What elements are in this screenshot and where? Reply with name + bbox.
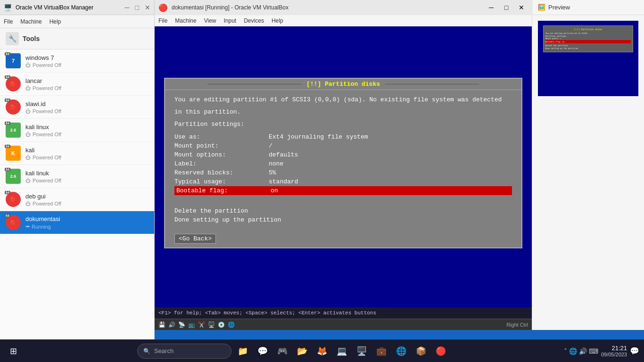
setting-typical-usage: Typical usage: standard: [174, 177, 512, 186]
firefox-icon: 🦊: [317, 346, 327, 356]
taskbar-vm-icon[interactable]: 🖥️: [353, 343, 370, 360]
search-icon: 🔍: [143, 348, 150, 354]
taskbar-globe-icon[interactable]: 🌐: [393, 343, 410, 360]
vm-icon-dokumentasi: 64 🔴: [6, 215, 21, 230]
vm-icon-kalilinux: 64 2.6: [6, 123, 21, 138]
vm-running-window: 🔴 dokumentasi [Running] - Oracle VM Virt…: [155, 0, 532, 330]
clock-date: 09/05/2023: [601, 352, 627, 357]
tray-chevron-icon[interactable]: ˄: [564, 347, 567, 355]
setting-typical-key: Typical usage:: [174, 178, 269, 185]
vm-screen[interactable]: [!!] Partition disks You are editing par…: [155, 26, 532, 319]
vm-minimize-btn[interactable]: ─: [485, 2, 498, 13]
vm-icon-debgui: 64 🔴: [6, 192, 21, 207]
setting-typical-val: standard: [269, 178, 298, 185]
vm-item-debgui[interactable]: 64 🔴 deb gui ⏻ Powered Off: [0, 188, 154, 211]
taskbar-left: ⊞: [0, 342, 23, 361]
vbox-menu-machine[interactable]: Machine: [20, 18, 41, 25]
preview-content: [!!] Partition disks You are editing par…: [538, 21, 638, 96]
vbox-menu-file[interactable]: File: [4, 18, 13, 25]
taskbar-folder-icon[interactable]: 📂: [294, 343, 311, 360]
tray-keyboard-icon[interactable]: ⌨: [589, 347, 598, 355]
taskbar: ⊞ 🔍 Search 📁 💬 🎮 📂 🦊 💻 🖥️ 💼 🌐 📦 🔴 ˄ 🌐 🔊 …: [0, 339, 644, 362]
statusbar-icon-3: 📡: [178, 321, 185, 328]
chat-icon: 💬: [257, 346, 268, 356]
nav-go-back[interactable]: <Go Back>: [174, 234, 216, 244]
terminal-icon: 💻: [337, 346, 347, 356]
statusbar-icon-4: 📺: [188, 321, 195, 328]
vbox-menu-help[interactable]: Help: [50, 18, 61, 25]
vm-item-kali[interactable]: 64 K kali ⏻ Powered Off: [0, 142, 154, 165]
statusbar-icon-1: 💾: [158, 321, 165, 328]
taskbar-package-icon[interactable]: 📦: [413, 343, 429, 360]
time-block[interactable]: 21:21 09/05/2023: [601, 345, 627, 357]
vm-info-windows7: windows 7 ⏻ Powered Off: [25, 54, 149, 68]
vm-status-icon-lancar: ⏻: [25, 85, 31, 91]
preview-panel: 🖼️ Preview [!!] Partition disks You are …: [532, 0, 644, 330]
vm-item-dokumentasi[interactable]: 64 🔴 dokumentasi ➡ Running: [0, 211, 154, 234]
vm-name-kalilinux: kali linux: [25, 123, 149, 131]
partition-settings-table: Use as: Ext4 journaling file system Moun…: [174, 132, 512, 195]
taskbar-files-icon[interactable]: 📁: [234, 343, 251, 360]
taskbar-chat-icon[interactable]: 💬: [254, 343, 271, 360]
action-done-setup[interactable]: Done setting up the partition: [174, 215, 512, 224]
statusbar-icon-7: 💿: [218, 321, 225, 328]
setting-bootable-flag[interactable]: Bootable flag: on: [174, 186, 512, 195]
vm-item-kalilinux[interactable]: 64 2.6 kali linux ⏻ Powered Off: [0, 119, 154, 142]
tools-label: Tools: [23, 35, 40, 42]
globe-icon: 🌐: [396, 346, 406, 356]
tray-network-icon[interactable]: 🌐: [569, 347, 577, 355]
vm-menu-help[interactable]: Help: [272, 17, 283, 24]
vm-win-icon: 🔴: [158, 3, 168, 12]
vm-status-row-debgui: ⏻ Powered Off: [25, 201, 149, 206]
vm-icon-kali: 64 K: [6, 146, 21, 161]
vm-menu-devices[interactable]: Devices: [244, 17, 264, 24]
vbox-minimize-btn[interactable]: ─: [125, 4, 130, 11]
preview-title-text: Preview: [548, 4, 570, 11]
vbox-title-bar: 🖥️ Oracle VM VirtualBox Manager ─ □ ✕: [0, 0, 154, 15]
setting-use-as-val: Ext4 journaling file system: [269, 133, 368, 140]
vm-item-lancar[interactable]: 64 🔴 lancar ⏻ Powered Off: [0, 73, 154, 96]
search-box[interactable]: 🔍 Search: [137, 344, 231, 359]
steam-icon: 🎮: [277, 346, 288, 356]
statusbar-icon-8: 🌐: [228, 321, 235, 328]
vm-menu-file[interactable]: File: [158, 17, 167, 24]
vm-status-kalilinuk: Powered Off: [33, 178, 61, 183]
dialog-actions: Delete the partition Done setting up the…: [165, 201, 521, 230]
vbox-icon: 🔴: [436, 346, 446, 356]
taskbar-vbox-icon[interactable]: 🔴: [432, 343, 449, 360]
vm-list: 🔧 Tools 64 7 windows 7 ⏻ Powered Off 64 …: [0, 28, 154, 339]
taskbar-firefox-icon[interactable]: 🦊: [314, 343, 330, 360]
vm-menu-view[interactable]: View: [204, 17, 216, 24]
vm-win-title-text: dokumentasi [Running] - Oracle VM Virtua…: [172, 4, 481, 11]
start-button[interactable]: ⊞: [4, 342, 23, 361]
tray-volume-icon[interactable]: 🔊: [579, 347, 587, 355]
taskbar-terminal-icon[interactable]: 💻: [333, 343, 350, 360]
vbox-maximize-btn[interactable]: □: [135, 4, 139, 11]
taskbar-app1-icon[interactable]: 💼: [373, 343, 390, 360]
statusbar-icon-5: ✂️: [198, 321, 205, 328]
partition-background: [!!] Partition disks You are editing par…: [155, 26, 532, 300]
folder-icon: 📂: [297, 346, 307, 356]
vm-status-lancar: Powered Off: [33, 85, 61, 91]
vbox-close-btn[interactable]: ✕: [145, 4, 150, 11]
vm-item-kalilinuk[interactable]: 64 2.6 kali linuk ⏻ Powered Off: [0, 165, 154, 188]
vm-status-kalilinux: Powered Off: [33, 132, 61, 137]
vm-status-row-slawi: ⏻ Powered Off: [25, 108, 149, 114]
vm-maximize-btn[interactable]: □: [500, 2, 513, 13]
vm-item-windows7[interactable]: 64 7 windows 7 ⏻ Powered Off: [0, 49, 154, 73]
notification-icon[interactable]: 💬: [630, 346, 639, 355]
setting-label: Label: none: [174, 159, 512, 168]
dialog-desc-line1: You are editing partition #1 of SCSI3 (0…: [174, 96, 512, 104]
vm-status-kali: Powered Off: [33, 155, 61, 160]
preview-title: 🖼️ Preview: [532, 0, 644, 15]
vm-status-icon-dokumentasi: ➡: [25, 223, 30, 230]
vm-menu-machine[interactable]: Machine: [175, 17, 196, 24]
setting-mount-options-key: Mount options:: [174, 151, 269, 158]
vm-status-row-kalilinuk: ⏻ Powered Off: [25, 178, 149, 183]
vm-item-slawi[interactable]: 64 🔴 slawi.id ⏻ Powered Off: [0, 96, 154, 119]
action-delete-partition[interactable]: Delete the partition: [174, 206, 512, 215]
vm-close-btn[interactable]: ✕: [515, 2, 528, 13]
taskbar-steam-icon[interactable]: 🎮: [274, 343, 291, 360]
vm-menu-input[interactable]: Input: [224, 17, 237, 24]
setting-label-key: Label:: [174, 160, 269, 167]
